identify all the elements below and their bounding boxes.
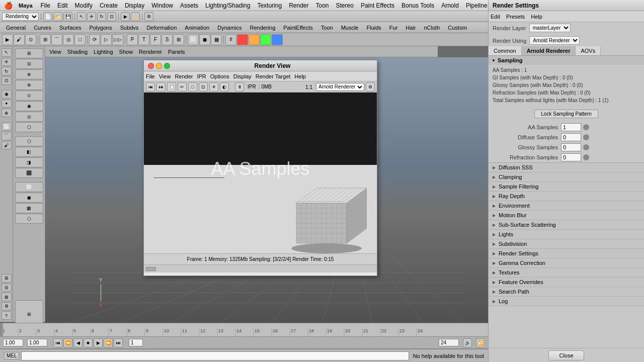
tab-dynamics[interactable]: Dynamics bbox=[213, 24, 246, 32]
rs-subdivision-row[interactable]: ▶ Subdivision bbox=[489, 239, 644, 249]
left-toolbar2-btn-7[interactable]: ◎ bbox=[15, 112, 43, 122]
menu-texturing[interactable]: Texturing bbox=[257, 2, 282, 9]
scale-button-left[interactable]: ⊡ bbox=[2, 76, 12, 85]
rv-fit-button[interactable]: ⊡ bbox=[199, 82, 208, 92]
save-file-button[interactable]: 💾 bbox=[63, 12, 72, 21]
rv-close-button[interactable] bbox=[148, 63, 154, 69]
wireframe-button[interactable]: ⬜ bbox=[188, 34, 199, 45]
rs-refraction-samples-dot[interactable] bbox=[583, 154, 589, 160]
left-toolbar2-btn-3[interactable]: ⊕ bbox=[15, 69, 43, 79]
rs-diffusion-sss-row[interactable]: ▶ Diffusion SSS bbox=[489, 163, 644, 172]
tab-fluids[interactable]: Fluids bbox=[362, 24, 385, 32]
rv-prev-frame-button[interactable]: ⏮ bbox=[146, 82, 155, 92]
color-4[interactable] bbox=[272, 34, 283, 45]
rotate-button-left[interactable]: ↻ bbox=[2, 67, 12, 75]
rs-sampling-header[interactable]: ▼ Sampling bbox=[489, 56, 644, 65]
rs-diffuse-samples-dot[interactable] bbox=[583, 134, 589, 140]
rs-lock-sampling-button[interactable]: Lock Sampling Pattern bbox=[534, 110, 598, 118]
marquee-button[interactable]: ⬜ bbox=[2, 122, 12, 131]
tab-polygons[interactable]: Polygons bbox=[85, 24, 116, 32]
rs-clamping-row[interactable]: ▶ Clamping bbox=[489, 172, 644, 182]
rv-menu-file[interactable]: File bbox=[146, 73, 155, 79]
rv-menu-options[interactable]: Options bbox=[210, 73, 229, 79]
open-file-button[interactable]: 📂 bbox=[53, 12, 62, 21]
move-button-left[interactable]: ✛ bbox=[2, 58, 12, 66]
audio-button[interactable]: 🔊 bbox=[463, 338, 472, 347]
go-to-end-button[interactable]: ⏭ bbox=[114, 338, 123, 347]
rv-renderer-select[interactable]: Arnold Renderer bbox=[316, 83, 364, 91]
tab-curves[interactable]: Curves bbox=[30, 24, 55, 32]
play-back-button[interactable]: ◀ bbox=[73, 338, 83, 347]
render-button[interactable]: ▶ bbox=[121, 12, 130, 21]
bottom-lt-3[interactable]: ⊠ bbox=[2, 293, 12, 301]
vt-panels[interactable]: Panels bbox=[166, 48, 187, 55]
left-toolbar2-btn-12[interactable]: ⬛ bbox=[15, 168, 43, 178]
rv-settings-button[interactable]: ⚙ bbox=[366, 82, 375, 92]
left-toolbar2-btn-8[interactable]: ⬡ bbox=[15, 122, 43, 132]
left-toolbar2-btn-2[interactable]: ⊟ bbox=[15, 59, 43, 69]
rv-menu-help[interactable]: Help bbox=[294, 73, 306, 79]
vt-view[interactable]: View bbox=[47, 48, 63, 55]
rs-search-path-row[interactable]: ▶ Search Path bbox=[489, 287, 644, 297]
rs-refraction-samples-input[interactable] bbox=[561, 153, 581, 161]
tab-painteffects[interactable]: PaintEffects bbox=[279, 24, 317, 32]
apple-menu[interactable]: 🍎 bbox=[4, 2, 13, 10]
smooth-button[interactable]: ◼ bbox=[199, 34, 210, 45]
rv-menu-ipr[interactable]: IPR bbox=[197, 73, 206, 79]
history-button[interactable]: ⟳ bbox=[89, 34, 100, 45]
menu-assets[interactable]: Assets bbox=[180, 2, 198, 9]
rs-close-button[interactable]: Close bbox=[548, 350, 584, 360]
rv-real-size-button[interactable]: □ bbox=[188, 82, 197, 92]
rv-scrollbar[interactable] bbox=[144, 264, 377, 273]
top-button[interactable]: T bbox=[138, 34, 149, 45]
left-toolbar2-btn-10[interactable]: ◧ bbox=[15, 147, 43, 157]
rv-menu-view[interactable]: View bbox=[159, 73, 171, 79]
tab-custom[interactable]: Custom bbox=[444, 24, 471, 32]
soft-mod-button[interactable]: ◉ bbox=[2, 90, 12, 99]
side-button[interactable]: S bbox=[162, 34, 173, 45]
go-to-start-button[interactable]: ⏮ bbox=[53, 338, 62, 347]
tab-hair[interactable]: Hair bbox=[401, 24, 420, 32]
paint-select-button[interactable]: 🖌 bbox=[14, 34, 25, 45]
rv-pause-button[interactable]: ⏸ bbox=[235, 82, 244, 92]
menu-bonus-tools[interactable]: Bonus Tools bbox=[401, 2, 434, 9]
rv-menu-render[interactable]: Render bbox=[175, 73, 193, 79]
left-toolbar2-btn-15[interactable]: ▦ bbox=[15, 203, 43, 213]
rv-menu-display[interactable]: Display bbox=[233, 73, 252, 79]
color-2[interactable] bbox=[249, 34, 260, 45]
step-forward-button[interactable]: ⏩ bbox=[104, 338, 113, 347]
rs-render-settings-row[interactable]: ▶ Render Settings bbox=[489, 249, 644, 258]
rv-lut-button[interactable]: ◐ bbox=[220, 82, 229, 92]
menu-create[interactable]: Create bbox=[100, 2, 118, 9]
menu-lighting-shading[interactable]: Lighting/Shading bbox=[205, 2, 250, 9]
rv-clipping-button[interactable]: ✂ bbox=[178, 82, 187, 92]
rs-gamma-correction-row[interactable]: ▶ Gamma Correction bbox=[489, 258, 644, 268]
rs-ray-depth-row[interactable]: ▶ Ray Depth bbox=[489, 192, 644, 201]
rs-sample-filtering-row[interactable]: ▶ Sample Filtering bbox=[489, 182, 644, 192]
rs-tab-common[interactable]: Common bbox=[489, 46, 522, 55]
color-3[interactable] bbox=[260, 34, 271, 45]
menu-toon[interactable]: Toon bbox=[315, 2, 329, 9]
viewport[interactable]: Render View File View Render IPR Options… bbox=[45, 57, 488, 323]
select-mode-button[interactable]: ▶ bbox=[2, 34, 13, 45]
rv-exposure-button[interactable]: ☀ bbox=[209, 82, 218, 92]
left-toolbar2-btn-13[interactable]: ⬜ bbox=[15, 182, 43, 192]
menu-paint-effects[interactable]: Paint Effects bbox=[361, 2, 394, 9]
rs-menu-presets[interactable]: Presets bbox=[506, 14, 525, 20]
rv-maximize-button[interactable] bbox=[164, 63, 170, 69]
ipr-render-icon-button[interactable]: ▷▷ bbox=[112, 34, 123, 45]
left-toolbar2-btn-11[interactable]: ◨ bbox=[15, 157, 43, 167]
move-tool-button[interactable]: ✛ bbox=[87, 12, 96, 21]
end-frame-input[interactable] bbox=[439, 339, 459, 346]
play-forward-button[interactable]: ▶ bbox=[94, 338, 103, 347]
rs-menu-edit[interactable]: Edit bbox=[491, 14, 500, 20]
left-toolbar2-btn-6[interactable]: ◉ bbox=[15, 101, 43, 111]
rs-motion-blur-row[interactable]: ▶ Motion Blur bbox=[489, 211, 644, 220]
rs-textures-row[interactable]: ▶ Textures bbox=[489, 268, 644, 278]
rv-keep-image-button[interactable]: 📋 bbox=[167, 82, 176, 92]
bottom-lt-2[interactable]: ⊟ bbox=[2, 284, 12, 292]
step-back-button[interactable]: ⏪ bbox=[63, 338, 72, 347]
rs-lights-row[interactable]: ▶ Lights bbox=[489, 230, 644, 239]
show-manipulator-button[interactable]: ⊕ bbox=[2, 109, 12, 117]
select-button[interactable]: ↖ bbox=[2, 48, 12, 57]
